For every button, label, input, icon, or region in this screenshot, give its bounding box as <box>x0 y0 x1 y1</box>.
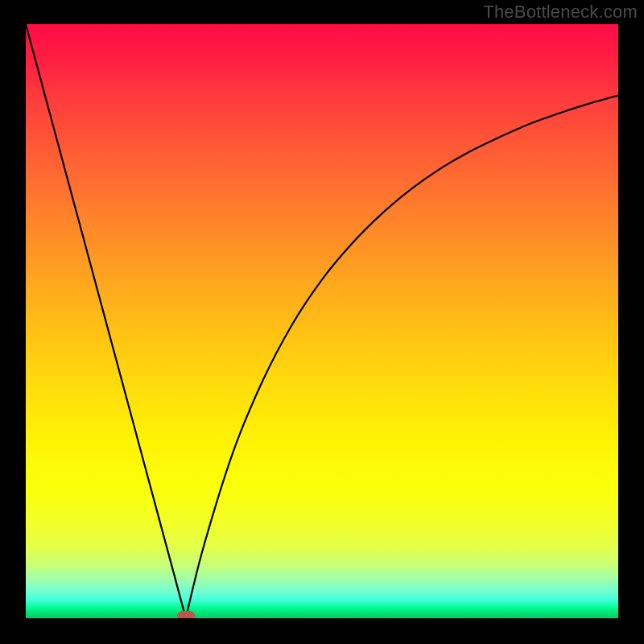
bottleneck-curve <box>26 24 618 618</box>
curve-svg <box>26 24 618 618</box>
minimum-marker <box>177 611 195 618</box>
watermark-text: TheBottleneck.com <box>483 2 638 23</box>
plot-area <box>26 24 618 618</box>
chart-frame: TheBottleneck.com <box>0 0 644 644</box>
